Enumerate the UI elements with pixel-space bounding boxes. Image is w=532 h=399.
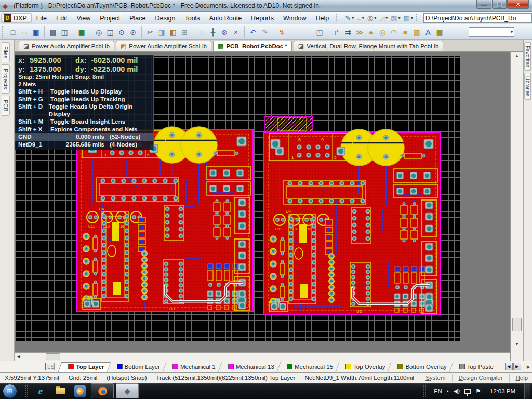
action-center-icon[interactable]: ⚑ xyxy=(475,388,481,395)
paste-array-icon[interactable]: ⊞ xyxy=(179,26,190,38)
place-fill-icon[interactable]: ■ xyxy=(400,26,411,38)
menu-auto-route[interactable]: Auto Route xyxy=(205,14,247,23)
dxp-menu[interactable]: D DXP xyxy=(1,13,32,23)
dropdown-caret-icon[interactable]: ▾ xyxy=(352,16,354,20)
panel-tab-projects[interactable]: Projects xyxy=(2,64,10,94)
zoom-filter-icon[interactable]: ⊘ xyxy=(127,26,139,38)
horizontal-scrollbar[interactable]: ◀ xyxy=(15,352,510,361)
view-board-in-3d-icon[interactable]: ▦ xyxy=(76,26,87,38)
cut-icon[interactable]: ✂ xyxy=(144,26,156,38)
media-player-icon[interactable]: ▶ xyxy=(70,384,90,398)
interactive-routing-icon[interactable]: ↱ xyxy=(331,26,342,38)
toolbar-combo[interactable]: ▾ xyxy=(469,27,514,37)
vertical-scroll-thumb[interactable] xyxy=(512,318,522,331)
new-document-icon[interactable]: □ xyxy=(7,26,19,38)
scroll-down-icon[interactable]: ▼ xyxy=(511,342,523,347)
document-tab[interactable]: ◩Power Audio Amplifier.SchLib xyxy=(116,41,211,51)
layer-tab-mechanical-15[interactable]: Mechanical 15 xyxy=(281,362,339,372)
align-tool[interactable]: ≡▾ xyxy=(356,14,365,22)
grid-tool[interactable]: ▦▾ xyxy=(403,14,414,22)
internet-explorer-icon[interactable]: e xyxy=(31,384,50,398)
layer-scroll-right-icon[interactable]: ▶ xyxy=(513,363,521,370)
browse-components-icon[interactable]: ◳ xyxy=(314,26,325,38)
multi-trace-routing-icon[interactable]: ≫ xyxy=(354,26,365,38)
pcb-wizard-icon[interactable]: ↯ xyxy=(276,26,287,38)
menu-view[interactable]: View xyxy=(72,14,95,23)
dropdown-caret-icon[interactable]: ▾ xyxy=(411,16,413,20)
layer-scroll-left-icon[interactable]: ◀ xyxy=(505,363,513,370)
layer-tab-top-paste[interactable]: Top Paste xyxy=(453,362,500,372)
network-icon[interactable] xyxy=(464,389,471,394)
volume-icon[interactable]: ◀)) xyxy=(454,388,459,394)
menu-edit[interactable]: Edit xyxy=(51,14,72,23)
room-tool[interactable]: ▧▾ xyxy=(390,14,401,22)
document-tab[interactable]: ◪Power Audio Amplifier.PcbLib xyxy=(19,41,114,51)
dropdown-caret-icon[interactable]: ▾ xyxy=(385,16,388,20)
copy-icon[interactable]: ◨ xyxy=(156,26,167,38)
menu-window[interactable]: Window xyxy=(278,14,311,23)
layer-tab-mechanical-1[interactable]: Mechanical 1 xyxy=(166,362,222,372)
fit-document-icon[interactable]: ◎ xyxy=(93,26,104,38)
open-document-icon[interactable]: ▱ xyxy=(19,26,30,38)
place-arc-icon[interactable]: ◠ xyxy=(388,26,400,38)
vertical-scrollbar[interactable]: ▲ ▼ xyxy=(510,52,523,361)
paste-icon[interactable]: ◧ xyxy=(167,26,179,38)
menu-project[interactable]: Project xyxy=(95,14,125,23)
document-tab[interactable]: ◪Vertical, Dual-Row, Flange Mount with T… xyxy=(294,41,444,51)
menu-place[interactable]: Place xyxy=(125,14,150,23)
horizontal-scroll-thumb[interactable] xyxy=(46,353,60,360)
save-icon[interactable]: ▣ xyxy=(30,26,42,38)
panel-tab-files[interactable]: Files xyxy=(2,42,10,62)
scroll-up-icon[interactable]: ▲ xyxy=(511,54,523,58)
firefox-taskbar-button[interactable] xyxy=(91,383,114,398)
layer-tab-mechanical-13[interactable]: Mechanical 13 xyxy=(222,362,281,372)
scroll-left-icon[interactable]: ◀ xyxy=(15,353,22,361)
layer-tab-bottom-overlay[interactable]: Bottom Overlay xyxy=(391,362,453,372)
status-button-system[interactable]: System xyxy=(419,374,451,382)
undo-icon[interactable]: ↶ xyxy=(247,26,259,38)
layer-tab-top-overlay[interactable]: Top Overlay xyxy=(339,362,391,372)
print-preview-icon[interactable]: ◫ xyxy=(59,26,70,38)
taskbar-clock[interactable]: 12:03 PM xyxy=(486,388,520,394)
status-button-help[interactable]: Help xyxy=(509,374,532,382)
status-button-design-compiler[interactable]: Design Compiler xyxy=(452,374,509,382)
menu-file[interactable]: File xyxy=(32,14,51,23)
panel-tab-pcb[interactable]: PCB xyxy=(2,96,10,116)
place-polygon-icon[interactable]: ▩ xyxy=(411,26,422,38)
layer-tab-top-layer[interactable]: Top Layer xyxy=(62,362,110,372)
pcb-board-copy-1[interactable] xyxy=(77,127,253,312)
print-icon[interactable]: ▤ xyxy=(47,26,59,38)
menu-design[interactable]: Design xyxy=(151,14,180,23)
place-via-icon[interactable]: ◎ xyxy=(377,26,388,38)
layer-next-icon[interactable]: ▶ xyxy=(527,364,530,369)
windows-explorer-icon[interactable] xyxy=(50,384,70,398)
connector-footprint-hatched[interactable] xyxy=(265,116,313,132)
move-selection-icon[interactable]: ╋ xyxy=(207,26,219,38)
language-indicator[interactable]: EN xyxy=(434,388,442,394)
document-path-combo[interactable]: D:\Project\Do an\Tuynh\PCB_Ro xyxy=(423,13,532,23)
minimize-button[interactable]: — xyxy=(476,0,491,9)
measure-tool[interactable]: ◿▾ xyxy=(378,14,389,22)
document-tab[interactable]: ▦PCB_Robot.PcbDoc * xyxy=(213,41,292,51)
dropdown-caret-icon[interactable]: ▾ xyxy=(398,16,401,20)
place-string-icon[interactable]: A xyxy=(422,26,434,38)
select-area-icon[interactable]: ◌ xyxy=(196,26,207,38)
place-component-icon[interactable]: ▦ xyxy=(434,26,445,38)
show-desktop-button[interactable] xyxy=(524,383,530,399)
dropdown-caret-icon[interactable]: ▾ xyxy=(362,16,364,20)
restore-button[interactable]: ▢ xyxy=(492,0,507,9)
wire-tool-tool[interactable]: ✎▾ xyxy=(344,14,355,22)
menu-help[interactable]: Help xyxy=(311,14,334,23)
start-button[interactable]: ⊞ xyxy=(3,384,17,398)
dropdown-caret-icon[interactable]: ▾ xyxy=(374,16,376,20)
current-layer-swatch[interactable] xyxy=(45,363,46,370)
layer-color-dots-icon[interactable]: ⁝ xyxy=(523,364,524,369)
differential-pair-routing-icon[interactable]: ⇉ xyxy=(342,26,354,38)
altium-taskbar-button[interactable]: ◆ xyxy=(116,383,139,398)
clear-filter-icon[interactable]: × xyxy=(230,26,242,38)
menu-tools[interactable]: Tools xyxy=(180,14,204,23)
layer-set-label[interactable]: LS xyxy=(47,363,55,370)
close-button[interactable]: ✕ xyxy=(507,0,529,9)
place-pad-icon[interactable]: ● xyxy=(365,26,377,38)
zoom-area-icon[interactable]: ◱ xyxy=(104,26,116,38)
